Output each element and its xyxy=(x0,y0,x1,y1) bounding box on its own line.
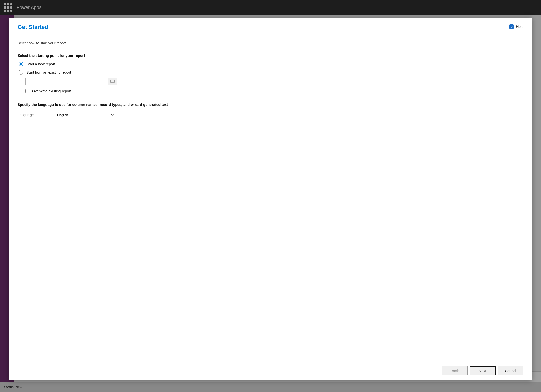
radio-existing-label: Start from an existing report xyxy=(26,70,71,74)
radio-group: Start a new report Start from an existin… xyxy=(18,62,523,75)
dialog-header: Get Started ? Help xyxy=(9,18,532,34)
help-label: Help xyxy=(516,25,523,29)
help-icon: ? xyxy=(509,24,514,29)
language-label: Language: xyxy=(18,113,49,117)
dialog-subtitle: Select how to start your report. xyxy=(18,41,523,45)
existing-report-field xyxy=(25,78,523,85)
dialog-title: Get Started xyxy=(18,24,48,30)
cancel-button[interactable]: Cancel xyxy=(498,366,523,375)
browse-icon xyxy=(110,80,115,83)
next-button[interactable]: Next xyxy=(470,366,496,375)
overwrite-label: Overwrite existing report xyxy=(32,89,71,93)
radio-new-label: Start a new report xyxy=(26,62,55,66)
help-link[interactable]: ? Help xyxy=(509,24,523,29)
dialog-footer: Back Next Cancel xyxy=(9,362,532,380)
language-section: Specify the language to use for column n… xyxy=(18,103,523,119)
radio-existing-input[interactable] xyxy=(19,70,23,75)
radio-existing-report[interactable]: Start from an existing report xyxy=(19,70,523,75)
back-button[interactable]: Back xyxy=(442,366,468,375)
svg-rect-1 xyxy=(111,81,114,81)
dialog: Get Started ? Help Select how to start y… xyxy=(9,18,532,380)
language-select[interactable]: English French German Spanish Japanese C… xyxy=(55,111,117,119)
section2-title: Specify the language to use for column n… xyxy=(18,103,523,107)
browse-button[interactable] xyxy=(108,78,117,85)
svg-rect-2 xyxy=(111,82,113,82)
overwrite-row: Overwrite existing report xyxy=(25,89,523,93)
radio-new-report[interactable]: Start a new report xyxy=(19,62,523,66)
dialog-body: Select how to start your report. Select … xyxy=(9,34,532,362)
language-row: Language: English French German Spanish … xyxy=(18,111,523,119)
section1-title: Select the starting point for your repor… xyxy=(18,53,523,58)
radio-new-input[interactable] xyxy=(19,62,23,66)
existing-report-input[interactable] xyxy=(25,78,108,85)
overwrite-checkbox[interactable] xyxy=(25,89,29,93)
